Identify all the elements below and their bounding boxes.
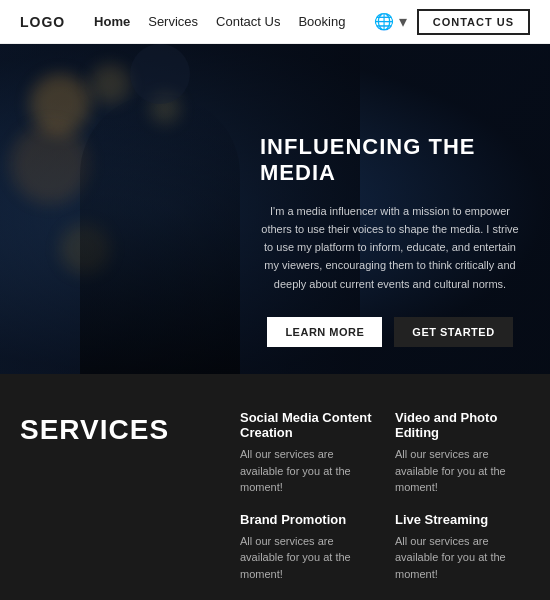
service-item-brand: Brand Promotion All our services are ava… — [240, 512, 375, 583]
service-desc-live: All our services are available for you a… — [395, 533, 530, 583]
nav-right: 🌐 ▾ CONTACT US — [374, 9, 530, 35]
nav-home[interactable]: Home — [94, 14, 130, 29]
hero-text-box: INFLUENCING THE MEDIA I'm a media influe… — [240, 104, 550, 374]
logo: LOGO — [20, 14, 65, 30]
service-desc-brand: All our services are available for you a… — [240, 533, 375, 583]
learn-more-button[interactable]: LEARN MORE — [267, 317, 382, 347]
service-item-social-media: Social Media Content Creation All our se… — [240, 410, 375, 496]
service-desc-social: All our services are available for you a… — [240, 446, 375, 496]
globe-icon[interactable]: 🌐 ▾ — [374, 12, 406, 31]
navigation: LOGO Home Services Contact Us Booking 🌐 … — [0, 0, 550, 44]
nav-booking[interactable]: Booking — [298, 14, 345, 29]
services-title-col: SERVICES — [20, 410, 240, 598]
service-name-video: Video and Photo Editing — [395, 410, 530, 440]
services-title: SERVICES — [20, 410, 240, 446]
hero-buttons: LEARN MORE GET STARTED — [260, 317, 520, 347]
service-desc-video: All our services are available for you a… — [395, 446, 530, 496]
service-item-video-photo: Video and Photo Editing All our services… — [395, 410, 530, 496]
services-grid: Social Media Content Creation All our se… — [240, 410, 530, 598]
hero-description: I'm a media influencer with a mission to… — [260, 202, 520, 293]
service-name-brand: Brand Promotion — [240, 512, 375, 527]
contact-us-button[interactable]: CONTACT US — [417, 9, 530, 35]
services-section: SERVICES Social Media Content Creation A… — [0, 374, 550, 600]
service-name-live: Live Streaming — [395, 512, 530, 527]
get-started-button[interactable]: GET STARTED — [394, 317, 512, 347]
nav-contact[interactable]: Contact Us — [216, 14, 280, 29]
hero-section: INFLUENCING THE MEDIA I'm a media influe… — [0, 44, 550, 374]
nav-services[interactable]: Services — [148, 14, 198, 29]
nav-links: Home Services Contact Us Booking — [94, 14, 345, 29]
service-item-livestream: Live Streaming All our services are avai… — [395, 512, 530, 583]
hero-title: INFLUENCING THE MEDIA — [260, 134, 520, 186]
service-name-social: Social Media Content Creation — [240, 410, 375, 440]
